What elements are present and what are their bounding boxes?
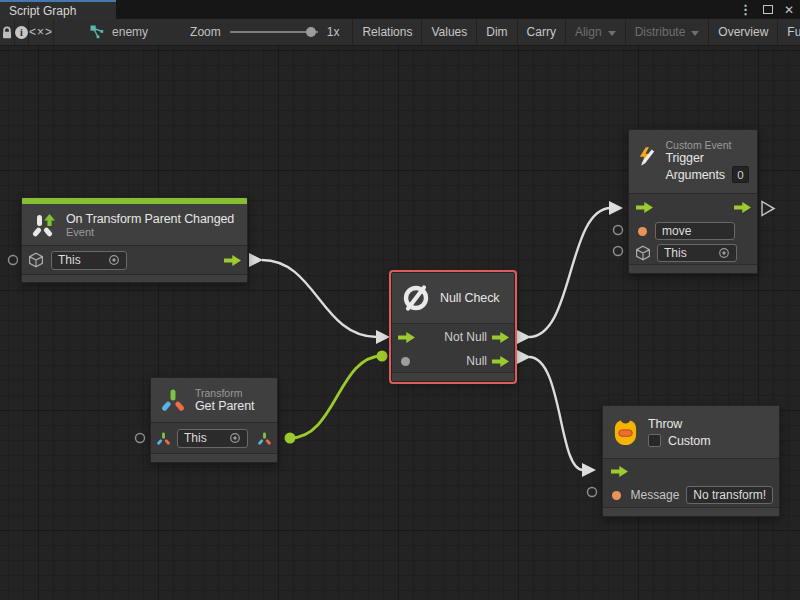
node-title: Get Parent <box>195 399 254 413</box>
flow-out-icon[interactable] <box>224 255 241 266</box>
node-footer <box>392 372 514 381</box>
string-value-in-icon[interactable] <box>612 491 621 500</box>
target-object-field[interactable]: This <box>657 244 737 262</box>
arguments-row: Arguments 0 <box>665 166 749 183</box>
button-label: Dim <box>486 25 507 39</box>
zoom-label: Zoom <box>190 25 221 39</box>
field-value: move <box>662 224 691 238</box>
gameobject-cube-icon <box>28 252 44 268</box>
node-header[interactable]: Throw Custom <box>603 406 779 458</box>
tab-label: Script Graph <box>9 4 76 18</box>
node-get-parent[interactable]: Transform Get Parent This <box>150 377 278 463</box>
transform-type-icon[interactable] <box>156 431 171 446</box>
port-label: Not Null <box>444 330 487 344</box>
port-label: Null <box>466 354 487 368</box>
maximize-icon[interactable] <box>763 5 773 14</box>
event-name-field[interactable]: move <box>655 222 735 240</box>
transform-event-icon <box>31 212 57 238</box>
button-label: Align <box>575 25 602 39</box>
flow-out-icon[interactable] <box>734 202 751 213</box>
field-value: This <box>58 253 81 267</box>
window-controls: ⋮ ✕ <box>739 0 794 19</box>
port-row-message: Message No transform! <box>603 483 779 507</box>
node-title: Throw <box>648 417 710 431</box>
flow-out-icon[interactable] <box>492 356 509 367</box>
port-row-target: This <box>629 242 757 264</box>
code-preview-button[interactable]: <×> <box>29 19 54 45</box>
toolbar-button-fullscreen[interactable]: Full Screen <box>778 19 800 45</box>
port-row-not-null: Not Null <box>392 324 514 350</box>
graph-name-label: enemy <box>112 25 148 39</box>
node-subtitle: Event <box>66 226 234 238</box>
zoom-value: 1x <box>327 25 340 39</box>
tab-script-graph[interactable]: Script Graph <box>0 0 116 19</box>
custom-toggle-row: Custom <box>648 434 710 448</box>
string-value-in-icon[interactable] <box>638 227 647 236</box>
window-tab-bar: Script Graph ⋮ ✕ <box>0 0 800 19</box>
node-throw[interactable]: Throw Custom Message No transform! <box>602 405 780 517</box>
flow-in-icon[interactable] <box>611 466 628 477</box>
toolbar-button-align[interactable]: Align <box>566 19 626 45</box>
object-picker-icon[interactable] <box>718 247 730 259</box>
code-icon: <×> <box>29 25 53 39</box>
graph-toolbar: i <×> enemy Zoom 1x Relations Values Dim… <box>0 19 800 46</box>
zoom-control: Zoom 1x <box>181 19 352 45</box>
object-picker-icon[interactable] <box>108 254 120 266</box>
value-in-icon[interactable] <box>401 357 410 366</box>
button-label: Full Screen <box>787 25 800 39</box>
field-value: This <box>184 431 207 445</box>
info-icon: i <box>15 26 28 39</box>
node-title: Trigger <box>665 151 749 165</box>
field-value: This <box>664 246 687 260</box>
throw-exception-icon <box>612 418 639 447</box>
toolbar-button-distribute[interactable]: Distribute <box>626 19 710 45</box>
button-label: Relations <box>362 25 412 39</box>
node-on-transform-parent-changed[interactable]: On Transform Parent Changed Event This <box>21 197 248 283</box>
node-header[interactable]: On Transform Parent Changed Event <box>22 204 247 245</box>
button-label: Distribute <box>635 25 686 39</box>
toolbar-button-relations[interactable]: Relations <box>353 19 422 45</box>
node-footer <box>151 453 277 462</box>
button-label: Values <box>431 25 467 39</box>
port-row-flow <box>629 194 757 220</box>
graph-breadcrumb[interactable]: enemy <box>80 19 157 45</box>
arguments-label: Arguments <box>665 168 725 182</box>
message-label: Message <box>631 488 680 502</box>
node-footer <box>629 264 757 273</box>
field-value: No transform! <box>693 488 766 502</box>
message-field[interactable]: No transform! <box>686 486 773 504</box>
node-trigger-custom-event[interactable]: Custom Event Trigger Arguments 0 move <box>628 129 758 274</box>
zoom-slider[interactable] <box>230 26 318 38</box>
lock-button[interactable] <box>0 19 15 45</box>
node-header[interactable]: Null Check <box>392 273 514 323</box>
custom-event-icon <box>638 143 656 170</box>
node-footer <box>22 274 247 282</box>
object-picker-icon[interactable] <box>229 432 241 444</box>
arguments-count-field[interactable]: 0 <box>732 166 749 183</box>
node-null-check[interactable]: Null Check Not Null Null <box>391 272 515 382</box>
flow-in-icon[interactable] <box>636 202 653 213</box>
target-object-field[interactable]: This <box>51 251 127 270</box>
flow-out-icon[interactable] <box>492 332 509 343</box>
node-header[interactable]: Transform Get Parent <box>151 378 277 422</box>
port-row-flow <box>603 459 779 483</box>
transform-output-icon[interactable] <box>257 431 272 446</box>
chevron-down-icon <box>608 31 616 36</box>
close-icon[interactable]: ✕ <box>784 4 794 16</box>
target-object-field[interactable]: This <box>177 429 248 448</box>
port-row: This <box>22 246 247 274</box>
toolbar-button-overview[interactable]: Overview <box>709 19 778 45</box>
custom-checkbox[interactable] <box>648 434 661 447</box>
toolbar-button-carry[interactable]: Carry <box>518 19 566 45</box>
zoom-slider-track[interactable] <box>230 31 318 33</box>
node-header[interactable]: Custom Event Trigger Arguments 0 <box>629 130 757 193</box>
gameobject-cube-icon <box>635 245 651 261</box>
kebab-menu-icon[interactable]: ⋮ <box>739 3 752 16</box>
flow-in-icon[interactable] <box>398 332 415 343</box>
zoom-slider-handle[interactable] <box>306 27 316 37</box>
info-button[interactable]: i <box>15 19 29 45</box>
toolbar-button-values[interactable]: Values <box>422 19 477 45</box>
null-check-icon <box>401 283 431 313</box>
toolbar-button-dim[interactable]: Dim <box>477 19 517 45</box>
chevron-down-icon <box>691 31 699 36</box>
